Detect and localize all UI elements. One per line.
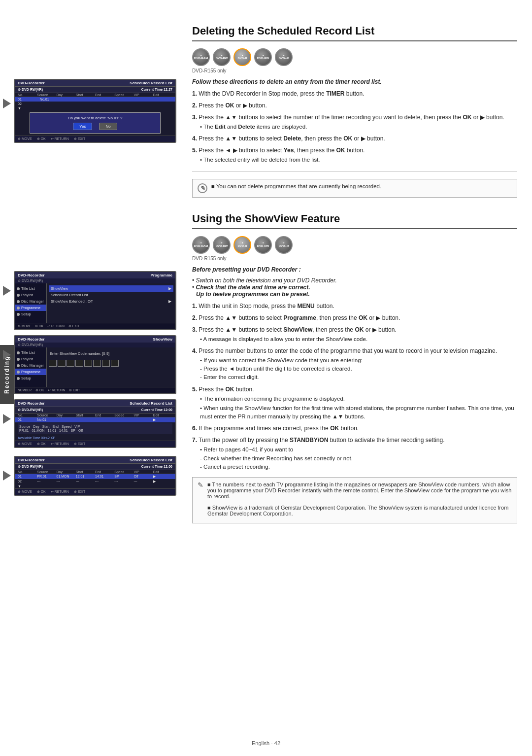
sv-box-1[interactable]	[49, 360, 57, 367]
dvd-ram-icon-2: ● DVD-RAM	[192, 236, 210, 254]
note-icon-1: ✎	[198, 183, 207, 193]
step1-4: 4. Press the ▲▼ buttons to select Delete…	[192, 134, 517, 143]
srl1-header: DVD-Recorder Scheduled Record List	[15, 400, 175, 407]
programme-content: ShowView▶ Scheduled Record List ShowView…	[47, 283, 175, 323]
delete-dialog-box: Do you want to delete 'No.01' ? Yes No	[30, 112, 161, 134]
step2-7-b1: Refer to pages 40~41 if you want to	[192, 446, 517, 454]
srl1-subheader: ⊙ DVD-RW(VR) Current Time 12:00	[15, 407, 175, 413]
section1-steps: 1. With the DVD Recorder in Stop mode, p…	[192, 89, 517, 165]
programme-header: DVD-Recorder Programme	[15, 272, 175, 278]
dvd-ram-icon: ● DVD-RAM	[192, 48, 210, 66]
section2-note-box: ✎ ■ The numbers next to each TV programm…	[192, 477, 517, 523]
section2-before: Before presetting your DVD Recorder :	[192, 266, 517, 273]
step2-5-b1: The information concerning the programme…	[192, 395, 517, 403]
dvd-rw-plus-icon-1: ● DVD-RW	[254, 48, 272, 66]
step2-4-b1: If you want to correct the ShowView code…	[192, 356, 517, 365]
arrow-indicator-2	[3, 286, 11, 296]
arrow-indicator-1	[3, 99, 11, 108]
section2-before-list: • Switch on both the television and your…	[192, 277, 517, 298]
sv-box-8[interactable]	[111, 360, 119, 367]
screen-programme-menu: DVD-Recorder Programme ⊙ DVD-RW(VR) Titl…	[14, 271, 176, 330]
sidebar-disc-manager: Disc Manager	[15, 298, 46, 305]
step2-1: 1. With the unit in Stop mode, press the…	[192, 302, 517, 310]
programme-header-left: DVD-Recorder	[18, 273, 45, 277]
sv-box-6[interactable]	[93, 360, 101, 367]
section2-title: Using the ShowView Feature	[192, 212, 517, 229]
srl2-footer: ⊕ MOVE ⊕ OK ↩ RETURN ⊕ EXIT	[15, 488, 175, 495]
col-speed: Speed	[114, 93, 133, 97]
dvd-icons-row-1: ● DVD-RAM ● DVD-RW ● DVD-R ● DVD-RW ● DV…	[192, 48, 517, 66]
screen-delete-dialog: DVD-Recorder Scheduled Record List ⊙ DVD…	[14, 79, 176, 143]
programme-body: Title List Playlist Disc Manager Program…	[15, 283, 175, 323]
screen1-header: DVD-Recorder Scheduled Record List	[15, 80, 175, 87]
content-scheduled: Scheduled Record List	[49, 292, 173, 298]
section1-title: Deleting the Scheduled Record List	[192, 25, 517, 41]
section-deleting: Deleting the Scheduled Record List ● DVD…	[192, 25, 517, 198]
sv-setup: Setup	[15, 375, 46, 381]
section2-steps: 1. With the unit in Stop mode, press the…	[192, 302, 517, 472]
srl2-row1: 01 PR.01 01.MON 12:01 14:01 SP Off ▶	[15, 474, 175, 479]
sv-box-7[interactable]	[102, 360, 110, 367]
content-showview: ShowView▶	[49, 285, 173, 292]
sv-box-3[interactable]	[66, 360, 74, 367]
sidebar-playlist: Playlist	[15, 292, 46, 298]
srl2-subheader: ⊙ DVD-RW(VR) Current Time 12:00	[15, 464, 175, 470]
col-edit: Edit	[153, 93, 172, 97]
col-no: No.	[18, 93, 37, 97]
step2-7: 7. Turn the power off by pressing the ST…	[192, 436, 517, 471]
step1-5-bullet: The selected entry will be deleted from …	[192, 156, 517, 164]
showview-header: DVD-Recorder ShowView	[15, 336, 175, 343]
step2-2: 2. Press the ▲▼ buttons to select Progra…	[192, 313, 517, 322]
dialog-no-btn[interactable]: No	[99, 123, 117, 130]
srl2-row3: ▼	[15, 484, 175, 488]
screen1-row2: 02	[15, 102, 175, 106]
screen1-row1: 01 No.01	[15, 97, 175, 102]
dvd-only-label-2: DVD-R155 only	[192, 256, 517, 261]
showview-input-boxes	[49, 360, 173, 367]
srl2-row2: 02 --- --- --- --- --- --- ▶	[15, 479, 175, 484]
screen1-row3: ▼	[15, 106, 175, 110]
dialog-yes-btn[interactable]: Yes	[73, 123, 92, 130]
col-start: Start	[76, 93, 95, 97]
dvd-rw-icon-2: ● DVD-RW	[213, 236, 231, 254]
screen1-subheader: ⊙ DVD-RW(VR) Current Time 12:27	[15, 87, 175, 93]
dvd-r-plus-icon-1: ● DVD+R	[275, 48, 293, 66]
dialog-text: Do you want to delete 'No.01' ?	[33, 116, 157, 120]
sv-box-5[interactable]	[84, 360, 92, 367]
srl1-col-headers: No. Source Day Start End Speed VIP Edit	[15, 413, 175, 417]
page-footer: English - 42	[252, 740, 280, 746]
arrow-indicator-4	[3, 414, 11, 424]
right-panel: Deleting the Scheduled Record List ● DVD…	[192, 25, 517, 528]
col-day: Day	[57, 93, 76, 97]
note-icon-2: ✎	[198, 481, 203, 489]
section2-note1: ✎ ■ The numbers next to each TV programm…	[198, 481, 512, 499]
col-vip: VIP	[134, 93, 153, 97]
arrow-indicator-5	[3, 471, 11, 481]
sv-box-2[interactable]	[58, 360, 66, 367]
screen1-subheader-left: ⊙ DVD-RW(VR)	[18, 88, 43, 92]
sv-disc-manager: Disc Manager	[15, 362, 46, 369]
dvd-r-plus-icon-2: ● DVD+R	[275, 236, 293, 254]
section1-divider	[192, 172, 517, 172]
screen1-header-left: DVD-Recorder	[18, 81, 45, 85]
programme-sidebar: Title List Playlist Disc Manager Program…	[15, 283, 47, 323]
srl1-row1: 01 No.01 ▶	[15, 417, 175, 422]
col-end: End	[95, 93, 114, 97]
col-source: Source	[37, 93, 56, 97]
step1-3-bullet: The Edit and Delete items are displayed.	[192, 123, 517, 131]
step1-3: 3. Press the ▲▼ buttons to select the nu…	[192, 113, 517, 131]
step2-3: 3. Press the ▲▼ buttons to select ShowVi…	[192, 325, 517, 344]
srl2-header: DVD-Recorder Scheduled Record List	[15, 457, 175, 464]
section1-note-box: ✎ ■ You can not delete programmes that a…	[192, 179, 517, 198]
screen1-footer: ⊕ MOVE ⊕ OK ↩ RETURN ⊕ EXIT	[15, 136, 175, 142]
sv-box-4[interactable]	[75, 360, 83, 367]
programme-header-right: Programme	[151, 273, 172, 277]
dvd-r-icon-2: ● DVD-R	[233, 236, 251, 254]
programme-sub: ⊙ DVD-RW(VR)	[15, 278, 175, 283]
screen1-subheader-right: Current Time 12:27	[141, 88, 172, 92]
srl2-col-headers: No. Source Day Start End Speed VIP Edit	[15, 470, 175, 474]
screen-srl2: DVD-Recorder Scheduled Record List ⊙ DVD…	[14, 456, 176, 496]
section1-intro: Follow these directions to delete an ent…	[192, 78, 517, 85]
showview-content: Enter ShowView Code number. [0-9]	[47, 347, 175, 387]
step2-3-bullet: A message is displayed to allow you to e…	[192, 335, 517, 344]
